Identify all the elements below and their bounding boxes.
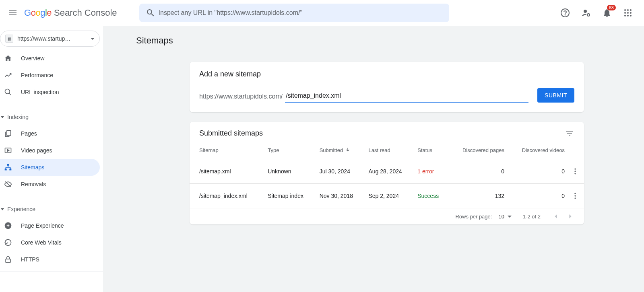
- property-selector[interactable]: ▦ https://www.startup…: [0, 31, 100, 47]
- svg-point-4: [624, 9, 626, 11]
- nav-https[interactable]: HTTPS: [0, 251, 100, 268]
- section-label: Indexing: [7, 114, 29, 120]
- cell-status: 1 error: [414, 159, 448, 184]
- rows-per-page-label: Rows per page:: [455, 214, 492, 220]
- chevron-right-icon: [566, 212, 574, 220]
- cell-sitemap: /sitemap.xml: [190, 159, 264, 184]
- svg-point-27: [574, 197, 576, 199]
- notifications-button[interactable]: 63: [597, 3, 617, 23]
- svg-point-7: [624, 12, 626, 14]
- svg-point-11: [627, 15, 629, 16]
- menu-icon: [8, 8, 18, 18]
- nav-pages[interactable]: Pages: [0, 125, 100, 142]
- section-experience[interactable]: Experience: [0, 201, 103, 217]
- nav-label: URL inspection: [21, 89, 59, 95]
- cell-last-read: Sep 2, 2024: [365, 184, 414, 208]
- nav-label: Video pages: [21, 147, 52, 154]
- svg-rect-14: [7, 131, 11, 136]
- cell-status: Success: [414, 184, 448, 208]
- help-button[interactable]: [555, 3, 575, 23]
- submitted-sitemaps-card: Submitted sitemaps Sitemap Type Submitte…: [190, 122, 584, 224]
- svg-point-22: [574, 169, 576, 170]
- prev-page-button[interactable]: [552, 212, 560, 220]
- trend-icon: [4, 71, 12, 79]
- cell-type: Sitemap index: [264, 184, 316, 208]
- card-title: Add a new sitemap: [199, 70, 574, 78]
- col-status[interactable]: Status: [414, 141, 448, 159]
- google-logo: Google: [24, 8, 52, 18]
- col-sitemap[interactable]: Sitemap: [190, 141, 264, 159]
- help-icon: [560, 8, 570, 18]
- svg-point-10: [624, 15, 626, 16]
- pages-icon: [4, 130, 12, 138]
- svg-rect-16: [7, 164, 9, 166]
- table-row[interactable]: /sitemap_index.xml Sitemap index Nov 30,…: [190, 184, 584, 208]
- nav-label: Pages: [21, 130, 37, 137]
- svg-point-3: [587, 14, 590, 16]
- users-button[interactable]: [576, 3, 596, 23]
- user-settings-icon: [581, 8, 591, 18]
- search-icon: [142, 5, 159, 21]
- row-menu-button[interactable]: [568, 159, 584, 184]
- nav-overview[interactable]: Overview: [0, 50, 100, 67]
- search-icon: [4, 88, 12, 96]
- apps-grid-icon: [623, 8, 633, 18]
- search-input[interactable]: [159, 9, 446, 16]
- cell-submitted: Jul 30, 2024: [316, 159, 365, 184]
- svg-point-1: [565, 15, 566, 15]
- svg-point-8: [627, 12, 629, 14]
- table-row[interactable]: /sitemap.xml Unknown Jul 30, 2024 Aug 28…: [190, 159, 584, 184]
- nav-url-inspection[interactable]: URL inspection: [0, 84, 100, 101]
- col-discovered-pages[interactable]: Discovered pages: [448, 141, 508, 159]
- divider: [0, 271, 103, 271]
- cell-pages: 0: [448, 159, 508, 184]
- nav-removals[interactable]: Removals: [0, 176, 100, 193]
- video-icon: [4, 146, 12, 154]
- section-indexing[interactable]: Indexing: [0, 109, 103, 125]
- caret-down-icon: [1, 208, 4, 210]
- filter-button[interactable]: [565, 128, 574, 138]
- cell-submitted: Nov 30, 2018: [316, 184, 365, 208]
- product-logo[interactable]: Google Search Console: [24, 8, 117, 18]
- svg-point-2: [584, 10, 587, 13]
- col-discovered-videos[interactable]: Discovered videos: [508, 141, 568, 159]
- col-submitted[interactable]: Submitted: [316, 141, 365, 159]
- hamburger-menu-button[interactable]: [3, 3, 23, 23]
- section-label: Experience: [7, 206, 35, 212]
- rows-per-page-select[interactable]: 10: [498, 214, 511, 220]
- url-prefix: https://www.startupidols.com/: [199, 93, 283, 103]
- pagination: Rows per page: 10 1-2 of 2: [190, 208, 584, 224]
- cell-sitemap: /sitemap_index.xml: [190, 184, 264, 208]
- row-menu-button[interactable]: [568, 184, 584, 208]
- nav-sitemaps[interactable]: Sitemaps: [0, 159, 100, 176]
- apps-button[interactable]: [618, 3, 638, 23]
- col-last-read[interactable]: Last read: [365, 141, 414, 159]
- svg-point-12: [630, 15, 632, 16]
- nav-video-pages[interactable]: Video pages: [0, 142, 100, 159]
- svg-rect-21: [6, 259, 10, 262]
- svg-rect-18: [9, 169, 11, 170]
- notification-badge: 63: [607, 5, 616, 10]
- cell-pages: 132: [448, 184, 508, 208]
- nav-performance[interactable]: Performance: [0, 67, 100, 84]
- nav-core-web-vitals[interactable]: Core Web Vitals: [0, 234, 100, 251]
- svg-point-9: [630, 12, 632, 14]
- svg-point-24: [574, 173, 576, 174]
- svg-point-26: [574, 195, 576, 196]
- nav-page-experience[interactable]: Page Experience: [0, 217, 100, 234]
- submit-button[interactable]: SUBMIT: [537, 88, 574, 103]
- chevron-left-icon: [552, 212, 560, 220]
- sitemap-url-input[interactable]: [285, 90, 528, 103]
- col-type[interactable]: Type: [264, 141, 316, 159]
- next-page-button[interactable]: [566, 212, 574, 220]
- url-inspect-search[interactable]: [139, 4, 449, 22]
- arrow-down-icon: [345, 147, 351, 153]
- nav-label: Core Web Vitals: [21, 239, 62, 246]
- filter-icon: [565, 128, 574, 138]
- home-icon: [4, 54, 12, 62]
- speedometer-icon: [4, 239, 12, 247]
- nav-label: Performance: [21, 72, 53, 78]
- nav-label: Overview: [21, 55, 44, 62]
- header-actions: 63: [555, 3, 641, 23]
- nav-label: Removals: [21, 181, 46, 187]
